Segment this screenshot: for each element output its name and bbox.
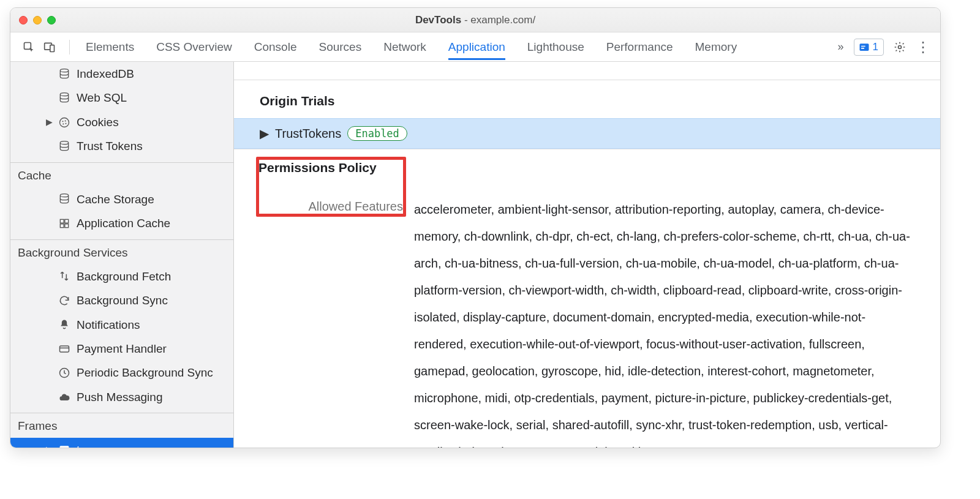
database-icon	[58, 140, 70, 152]
sidebar-item-frame-top[interactable]: ▶ top	[10, 438, 233, 448]
sidebar-item-label: Notifications	[77, 316, 140, 334]
sidebar-item-periodic-sync[interactable]: Periodic Background Sync	[10, 361, 233, 385]
svg-rect-3	[859, 43, 869, 51]
expand-caret-icon[interactable]: ▶	[46, 116, 53, 129]
issues-icon	[858, 42, 869, 53]
sidebar-item-label: Background Fetch	[77, 268, 171, 285]
sidebar-header-frames: Frames	[10, 413, 233, 438]
minimize-window-button[interactable]	[33, 16, 42, 24]
sidebar-item-payment[interactable]: Payment Handler	[10, 337, 233, 361]
sidebar-item-label: Cookies	[77, 113, 119, 131]
sidebar-item-cache-storage[interactable]: Cache Storage	[10, 187, 233, 211]
tab-sources[interactable]: Sources	[318, 34, 361, 60]
sidebar-item-label: IndexedDB	[77, 65, 134, 83]
allowed-features-label: Allowed Features	[258, 200, 403, 214]
more-tabs-icon[interactable]: »	[838, 40, 844, 53]
divider	[69, 40, 70, 54]
tab-network[interactable]: Network	[383, 34, 426, 60]
expand-caret-icon[interactable]: ▶	[46, 443, 53, 448]
sidebar-item-label: Payment Handler	[77, 340, 167, 358]
svg-rect-14	[60, 219, 64, 223]
blank-strip	[234, 62, 940, 80]
svg-rect-17	[65, 224, 69, 228]
sidebar-item-label: Web SQL	[77, 89, 127, 107]
sidebar-item-label: top	[77, 441, 92, 448]
sidebar-item-label: Periodic Background Sync	[77, 364, 213, 381]
window-title-app: DevTools	[415, 14, 461, 26]
close-window-button[interactable]	[19, 16, 28, 24]
sidebar-item-label: Cache Storage	[77, 190, 154, 208]
svg-point-7	[60, 118, 69, 127]
sidebar-frames-list: ▶ top	[10, 438, 233, 448]
sidebar-item-websql[interactable]: Web SQL	[10, 86, 233, 110]
tab-memory[interactable]: Memory	[695, 34, 737, 60]
sidebar-item-bg-fetch[interactable]: Background Fetch	[10, 265, 233, 288]
database-icon	[58, 68, 70, 80]
sidebar-item-cookies[interactable]: ▶ Cookies	[10, 110, 233, 134]
database-icon	[58, 193, 70, 205]
frame-icon	[58, 444, 70, 448]
svg-point-9	[65, 120, 66, 121]
expand-caret-icon[interactable]: ▶	[260, 126, 269, 141]
maximize-window-button[interactable]	[47, 16, 56, 24]
tab-performance[interactable]: Performance	[606, 34, 673, 60]
cloud-icon	[58, 391, 70, 403]
tab-elements[interactable]: Elements	[86, 34, 134, 60]
main-pane: Origin Trials ▶ TrustTokens Enabled Perm…	[234, 62, 940, 448]
origin-trial-name: TrustTokens	[275, 127, 341, 141]
origin-trial-row[interactable]: ▶ TrustTokens Enabled	[234, 118, 940, 149]
clock-icon	[58, 367, 70, 379]
database-icon	[58, 92, 70, 104]
sidebar-item-label: Trust Tokens	[77, 137, 143, 155]
svg-rect-20	[60, 446, 68, 448]
tab-application[interactable]: Application	[448, 34, 505, 60]
panel-tabs: Elements CSS Overview Console Sources Ne…	[86, 34, 837, 60]
sync-icon	[58, 295, 70, 307]
device-toggle-icon[interactable]	[43, 41, 56, 53]
tab-css-overview[interactable]: CSS Overview	[156, 34, 232, 60]
svg-rect-15	[65, 219, 69, 223]
sidebar-cache-list: Cache Storage Application Cache	[10, 187, 233, 239]
devtools-window: DevTools - example.com/ Elements CSS Ove…	[10, 7, 941, 448]
cookie-icon	[58, 116, 70, 129]
svg-point-6	[60, 93, 68, 96]
sidebar-storage-list: IndexedDB Web SQL ▶ Cookies Trust Tokens	[10, 62, 233, 162]
sidebar-bg-list: Background Fetch Background Sync Notific…	[10, 265, 233, 413]
sidebar-item-trust-tokens[interactable]: Trust Tokens	[10, 134, 233, 158]
svg-point-11	[66, 122, 67, 124]
svg-rect-18	[60, 346, 69, 352]
window-controls	[19, 16, 56, 24]
sidebar-item-push[interactable]: Push Messaging	[10, 385, 233, 409]
svg-point-12	[60, 141, 68, 144]
svg-point-4	[899, 45, 902, 48]
issues-count: 1	[873, 41, 878, 53]
svg-point-8	[62, 121, 64, 122]
svg-point-5	[60, 69, 68, 72]
card-icon	[58, 343, 70, 355]
body: IndexedDB Web SQL ▶ Cookies Trust Tokens…	[10, 62, 940, 448]
permissions-policy-title: Permissions Policy	[258, 160, 403, 175]
settings-icon[interactable]	[894, 41, 906, 53]
toolbar: Elements CSS Overview Console Sources Ne…	[10, 32, 940, 62]
sidebar-item-label: Background Sync	[77, 291, 168, 309]
permissions-policy-section: Permissions Policy Allowed Features acce…	[234, 149, 940, 448]
sidebar-header-cache: Cache	[10, 162, 233, 187]
tab-lighthouse[interactable]: Lighthouse	[527, 34, 584, 60]
swap-icon	[58, 270, 70, 282]
svg-point-13	[60, 194, 68, 197]
sidebar-item-bg-sync[interactable]: Background Sync	[10, 288, 233, 312]
trial-status-badge: Enabled	[347, 126, 407, 141]
sidebar: IndexedDB Web SQL ▶ Cookies Trust Tokens…	[10, 62, 234, 448]
bell-icon	[58, 318, 70, 331]
grid-icon	[58, 217, 70, 230]
svg-rect-16	[60, 224, 64, 228]
titlebar: DevTools - example.com/	[10, 8, 940, 32]
tab-console[interactable]: Console	[254, 34, 297, 60]
sidebar-item-notifications[interactable]: Notifications	[10, 313, 233, 337]
issues-badge[interactable]: 1	[854, 39, 884, 56]
origin-trials-title: Origin Trials	[234, 80, 940, 118]
svg-point-10	[62, 123, 64, 124]
sidebar-item-indexeddb[interactable]: IndexedDB	[10, 62, 233, 86]
sidebar-item-app-cache[interactable]: Application Cache	[10, 211, 233, 235]
inspect-icon[interactable]	[23, 41, 35, 53]
